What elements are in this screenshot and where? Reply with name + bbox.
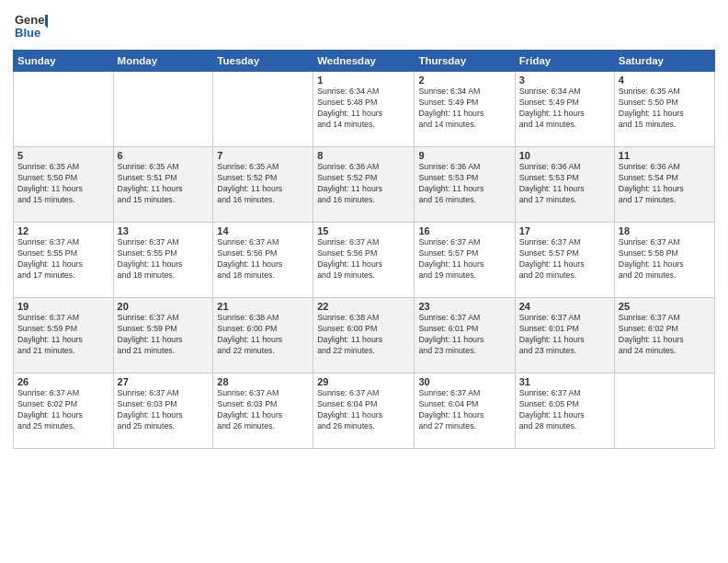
svg-marker-2 xyxy=(45,15,48,31)
day-info: Sunrise: 6:35 AMSunset: 5:50 PMDaylight:… xyxy=(619,86,711,131)
day-info: Sunrise: 6:37 AMSunset: 6:01 PMDaylight:… xyxy=(519,313,610,357)
weekday-header-saturday: Saturday xyxy=(614,51,714,72)
day-info: Sunrise: 6:36 AMSunset: 5:54 PMDaylight:… xyxy=(619,162,711,206)
weekday-header-sunday: Sunday xyxy=(14,51,114,72)
day-number: 12 xyxy=(17,225,109,236)
day-cell xyxy=(14,72,114,147)
day-info: Sunrise: 6:37 AMSunset: 5:59 PMDaylight:… xyxy=(17,313,109,357)
day-info: Sunrise: 6:36 AMSunset: 5:53 PMDaylight:… xyxy=(418,162,510,206)
day-info: Sunrise: 6:37 AMSunset: 6:05 PMDaylight:… xyxy=(519,388,610,432)
day-number: 10 xyxy=(519,150,610,161)
weekday-header-wednesday: Wednesday xyxy=(313,51,415,72)
week-row-3: 12Sunrise: 6:37 AMSunset: 5:55 PMDayligh… xyxy=(14,223,715,298)
day-cell: 26Sunrise: 6:37 AMSunset: 6:02 PMDayligh… xyxy=(14,373,114,449)
week-row-4: 19Sunrise: 6:37 AMSunset: 5:59 PMDayligh… xyxy=(14,298,715,373)
day-info: Sunrise: 6:35 AMSunset: 5:52 PMDaylight:… xyxy=(217,162,309,206)
day-info: Sunrise: 6:35 AMSunset: 5:51 PMDaylight:… xyxy=(118,162,210,206)
day-cell: 11Sunrise: 6:36 AMSunset: 5:54 PMDayligh… xyxy=(614,147,714,223)
day-number: 8 xyxy=(317,150,410,161)
day-number: 25 xyxy=(619,301,711,312)
day-info: Sunrise: 6:36 AMSunset: 5:53 PMDaylight:… xyxy=(519,162,610,206)
day-cell: 5Sunrise: 6:35 AMSunset: 5:50 PMDaylight… xyxy=(14,147,114,223)
day-info: Sunrise: 6:37 AMSunset: 5:55 PMDaylight:… xyxy=(17,237,109,282)
day-cell: 28Sunrise: 6:37 AMSunset: 6:03 PMDayligh… xyxy=(213,373,313,449)
day-info: Sunrise: 6:38 AMSunset: 6:00 PMDaylight:… xyxy=(317,313,410,357)
day-cell: 19Sunrise: 6:37 AMSunset: 5:59 PMDayligh… xyxy=(14,298,114,373)
page: General Blue SundayMondayTuesdayWednesda… xyxy=(0,0,728,563)
day-number: 16 xyxy=(418,225,510,236)
day-number: 28 xyxy=(217,376,309,387)
day-number: 30 xyxy=(418,376,510,387)
day-cell xyxy=(213,72,313,147)
day-info: Sunrise: 6:37 AMSunset: 5:56 PMDaylight:… xyxy=(217,237,309,282)
day-cell xyxy=(614,373,714,449)
day-cell: 29Sunrise: 6:37 AMSunset: 6:04 PMDayligh… xyxy=(313,373,415,449)
day-cell: 24Sunrise: 6:37 AMSunset: 6:01 PMDayligh… xyxy=(515,298,614,373)
day-cell: 10Sunrise: 6:36 AMSunset: 5:53 PMDayligh… xyxy=(515,147,614,223)
day-info: Sunrise: 6:37 AMSunset: 6:04 PMDaylight:… xyxy=(317,388,410,432)
week-row-2: 5Sunrise: 6:35 AMSunset: 5:50 PMDaylight… xyxy=(14,147,715,223)
day-number: 7 xyxy=(217,150,309,161)
day-cell: 2Sunrise: 6:34 AMSunset: 5:49 PMDaylight… xyxy=(415,72,515,147)
day-number: 31 xyxy=(519,376,610,387)
day-info: Sunrise: 6:37 AMSunset: 6:03 PMDaylight:… xyxy=(217,388,309,432)
weekday-header-tuesday: Tuesday xyxy=(213,51,313,72)
day-number: 18 xyxy=(619,225,711,236)
day-cell: 6Sunrise: 6:35 AMSunset: 5:51 PMDaylight… xyxy=(113,147,213,223)
day-info: Sunrise: 6:34 AMSunset: 5:49 PMDaylight:… xyxy=(418,86,510,131)
logo: General Blue xyxy=(13,9,48,44)
day-info: Sunrise: 6:37 AMSunset: 6:01 PMDaylight:… xyxy=(418,313,510,357)
day-info: Sunrise: 6:37 AMSunset: 6:04 PMDaylight:… xyxy=(418,388,510,432)
day-number: 20 xyxy=(118,301,210,312)
day-number: 17 xyxy=(519,225,610,236)
header: General Blue xyxy=(13,9,715,44)
calendar: SundayMondayTuesdayWednesdayThursdayFrid… xyxy=(13,50,715,449)
day-number: 22 xyxy=(317,301,410,312)
logo-svg: General Blue xyxy=(13,9,48,44)
day-number: 5 xyxy=(17,150,109,161)
day-cell: 8Sunrise: 6:36 AMSunset: 5:52 PMDaylight… xyxy=(313,147,415,223)
day-number: 1 xyxy=(317,75,410,86)
week-row-5: 26Sunrise: 6:37 AMSunset: 6:02 PMDayligh… xyxy=(14,373,715,449)
day-cell: 21Sunrise: 6:38 AMSunset: 6:00 PMDayligh… xyxy=(213,298,313,373)
day-info: Sunrise: 6:34 AMSunset: 5:49 PMDaylight:… xyxy=(519,86,610,131)
day-number: 11 xyxy=(619,150,711,161)
day-cell: 23Sunrise: 6:37 AMSunset: 6:01 PMDayligh… xyxy=(415,298,515,373)
day-info: Sunrise: 6:37 AMSunset: 6:03 PMDaylight:… xyxy=(118,388,210,432)
day-number: 19 xyxy=(17,301,109,312)
day-number: 24 xyxy=(519,301,610,312)
day-info: Sunrise: 6:38 AMSunset: 6:00 PMDaylight:… xyxy=(217,313,309,357)
day-number: 15 xyxy=(317,225,410,236)
day-cell: 30Sunrise: 6:37 AMSunset: 6:04 PMDayligh… xyxy=(415,373,515,449)
day-number: 2 xyxy=(418,75,510,86)
day-number: 27 xyxy=(118,376,210,387)
day-info: Sunrise: 6:34 AMSunset: 5:48 PMDaylight:… xyxy=(317,86,410,131)
day-number: 3 xyxy=(519,75,610,86)
day-cell: 12Sunrise: 6:37 AMSunset: 5:55 PMDayligh… xyxy=(14,223,114,298)
day-cell: 1Sunrise: 6:34 AMSunset: 5:48 PMDaylight… xyxy=(313,72,415,147)
day-cell: 27Sunrise: 6:37 AMSunset: 6:03 PMDayligh… xyxy=(113,373,213,449)
day-info: Sunrise: 6:36 AMSunset: 5:52 PMDaylight:… xyxy=(317,162,410,206)
day-info: Sunrise: 6:37 AMSunset: 5:56 PMDaylight:… xyxy=(317,237,410,282)
day-cell: 4Sunrise: 6:35 AMSunset: 5:50 PMDaylight… xyxy=(614,72,714,147)
svg-text:General: General xyxy=(15,13,48,27)
weekday-header-row: SundayMondayTuesdayWednesdayThursdayFrid… xyxy=(14,51,715,72)
day-cell xyxy=(113,72,213,147)
day-info: Sunrise: 6:37 AMSunset: 5:59 PMDaylight:… xyxy=(118,313,210,357)
day-cell: 9Sunrise: 6:36 AMSunset: 5:53 PMDaylight… xyxy=(415,147,515,223)
weekday-header-monday: Monday xyxy=(113,51,213,72)
day-cell: 22Sunrise: 6:38 AMSunset: 6:00 PMDayligh… xyxy=(313,298,415,373)
day-cell: 18Sunrise: 6:37 AMSunset: 5:58 PMDayligh… xyxy=(614,223,714,298)
svg-text:Blue: Blue xyxy=(15,26,40,40)
day-info: Sunrise: 6:35 AMSunset: 5:50 PMDaylight:… xyxy=(17,162,109,206)
day-number: 26 xyxy=(17,376,109,387)
day-number: 9 xyxy=(418,150,510,161)
week-row-1: 1Sunrise: 6:34 AMSunset: 5:48 PMDaylight… xyxy=(14,72,715,147)
day-number: 13 xyxy=(118,225,210,236)
day-info: Sunrise: 6:37 AMSunset: 5:55 PMDaylight:… xyxy=(118,237,210,282)
day-cell: 3Sunrise: 6:34 AMSunset: 5:49 PMDaylight… xyxy=(515,72,614,147)
day-cell: 20Sunrise: 6:37 AMSunset: 5:59 PMDayligh… xyxy=(113,298,213,373)
day-number: 29 xyxy=(317,376,410,387)
day-cell: 16Sunrise: 6:37 AMSunset: 5:57 PMDayligh… xyxy=(415,223,515,298)
weekday-header-friday: Friday xyxy=(515,51,614,72)
